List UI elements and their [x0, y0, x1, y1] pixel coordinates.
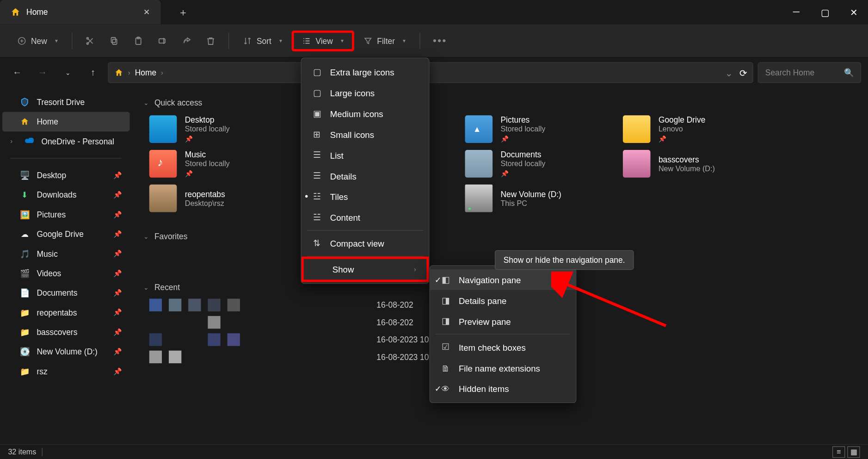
search-icon: 🔍 — [844, 68, 854, 77]
menu-list[interactable]: ☰List — [302, 145, 429, 166]
chevron-right-icon: › — [10, 137, 17, 145]
close-window-button[interactable]: ✕ — [839, 0, 868, 24]
sidebar-item-newvolume[interactable]: 💽New Volume (D:)📌 — [2, 342, 130, 361]
menu-navigation-pane[interactable]: ◧Navigation pane — [430, 269, 576, 290]
sidebar-item-tresorit[interactable]: Tresorit Drive — [2, 92, 130, 112]
chevron-down-icon[interactable]: ⌄ — [725, 67, 733, 78]
pin-icon: 📌 — [501, 170, 546, 178]
qa-music[interactable]: MusicStored locally📌 — [143, 147, 301, 181]
paste-icon[interactable] — [128, 31, 149, 50]
qa-desktop[interactable]: DesktopStored locally📌 — [143, 112, 301, 147]
sidebar-item-reopentabs[interactable]: 📁reopentabs📌 — [2, 303, 130, 322]
menu-details-pane[interactable]: ◨Details pane — [430, 290, 576, 311]
details-view-icon[interactable]: ≡ — [832, 446, 845, 458]
music-icon — [149, 150, 177, 178]
sidebar-item-downloads[interactable]: ⬇Downloads📌 — [2, 185, 130, 205]
copy-icon[interactable] — [103, 31, 125, 50]
list-icon: ☰ — [312, 150, 322, 160]
qa-pictures[interactable]: PicturesStored locally📌 — [459, 112, 617, 147]
menu-hidden-items[interactable]: 👁Hidden items — [430, 378, 576, 399]
recent-locations-button[interactable]: ⌄ — [57, 62, 78, 83]
menu-show[interactable]: Show› — [302, 257, 429, 282]
sidebar-item-home[interactable]: Home — [2, 112, 130, 131]
title-bar: Home ✕ ＋ ─ ▢ ✕ — [0, 0, 868, 24]
menu-tiles[interactable]: ☳Tiles — [302, 186, 429, 207]
sidebar-item-onedrive[interactable]: › OneDrive - Personal — [2, 131, 130, 151]
panel-left-icon: ◧ — [440, 274, 450, 285]
menu-file-name-extensions[interactable]: 🗎File name extensions — [430, 358, 576, 378]
folder-icon — [149, 115, 177, 143]
qa-basscovers[interactable]: basscoversNew Volume (D:) — [617, 147, 775, 181]
home-icon — [19, 117, 30, 127]
qa-newvolume[interactable]: New Volume (D:)This PC — [459, 181, 617, 216]
qa-reopentabs[interactable]: reopentabsDesktop\rsz — [143, 181, 301, 216]
folder-icon: 📁 — [19, 327, 30, 337]
forward-button[interactable]: → — [32, 62, 53, 83]
pin-icon: 📌 — [113, 269, 122, 277]
filter-button[interactable]: Filter▾ — [357, 31, 413, 50]
minimize-button[interactable]: ─ — [782, 0, 811, 24]
section-favorites[interactable]: ⌄Favorites — [143, 227, 856, 246]
show-submenu: ◧Navigation pane ◨Details pane ◨Preview … — [430, 265, 577, 403]
view-button[interactable]: View▾ — [291, 30, 354, 51]
pin-icon: 📌 — [113, 171, 122, 179]
delete-icon[interactable] — [200, 31, 222, 50]
menu-small-icons[interactable]: ⊞Small icons — [302, 124, 429, 145]
new-tab-button[interactable]: ＋ — [178, 5, 188, 19]
svg-rect-2 — [111, 37, 116, 42]
grid-icon: ▢ — [312, 67, 322, 77]
menu-large-icons[interactable]: ▢Large icons — [302, 82, 429, 103]
menu-item-check-boxes[interactable]: ☑Item check boxes — [430, 337, 576, 358]
menu-details[interactable]: ☰Details — [302, 166, 429, 186]
share-icon[interactable] — [176, 31, 197, 50]
chevron-right-icon: › — [161, 68, 163, 76]
more-icon[interactable]: ••• — [427, 30, 453, 51]
file-icon: 🗎 — [440, 363, 450, 373]
qa-googledrive[interactable]: Google DriveLenovo📌 — [617, 112, 775, 147]
back-button[interactable]: ← — [7, 62, 28, 83]
sidebar-item-desktop[interactable]: 🖥️Desktop📌 — [2, 166, 130, 185]
sidebar-item-videos[interactable]: 🎬Videos📌 — [2, 264, 130, 283]
menu-extra-large-icons[interactable]: ▢Extra large icons — [302, 62, 429, 82]
sidebar-item-rsz[interactable]: 📁rsz📌 — [2, 361, 130, 381]
grid-icon: ⊞ — [312, 129, 322, 139]
home-icon — [10, 7, 20, 17]
menu-content[interactable]: ☱Content — [302, 207, 429, 228]
sidebar-item-music[interactable]: 🎵Music📌 — [2, 244, 130, 263]
status-bar: 32 items ≡ ▦ — [0, 444, 868, 459]
breadcrumb[interactable]: › Home › ⌄ ⟳ — [108, 62, 753, 83]
pin-icon: 📌 — [185, 136, 230, 143]
pin-icon: 📌 — [185, 170, 230, 178]
thumbnails-view-icon[interactable]: ▦ — [847, 446, 860, 458]
sidebar-item-googledrive[interactable]: ☁Google Drive📌 — [2, 224, 130, 244]
search-input[interactable]: Search Home 🔍 — [758, 62, 861, 83]
tab-title: Home — [26, 7, 138, 17]
rename-icon[interactable] — [152, 31, 173, 50]
sort-button[interactable]: Sort▾ — [236, 31, 289, 50]
pin-icon: 📌 — [113, 367, 122, 375]
details-icon: ☰ — [312, 171, 322, 181]
folder-icon — [623, 150, 651, 178]
new-button[interactable]: New▾ — [10, 31, 65, 50]
breadcrumb-home[interactable]: Home — [135, 68, 156, 77]
maximize-button[interactable]: ▢ — [811, 0, 839, 24]
cut-icon[interactable] — [79, 31, 101, 50]
menu-compact-view[interactable]: ⇅Compact view — [302, 233, 429, 254]
up-button[interactable]: ↑ — [83, 62, 104, 83]
grid-icon: ▢ — [312, 87, 322, 98]
close-tab-icon[interactable]: ✕ — [143, 7, 150, 17]
qa-documents[interactable]: DocumentsStored locally📌 — [459, 147, 617, 181]
onedrive-icon — [24, 136, 34, 146]
pin-icon: 📌 — [113, 250, 122, 258]
panel-right-icon: ◨ — [440, 295, 450, 305]
navigation-pane: Tresorit Drive Home › OneDrive - Persona… — [0, 87, 132, 444]
tab-home[interactable]: Home ✕ — [0, 0, 161, 24]
section-quick-access[interactable]: ⌄Quick access — [143, 93, 856, 112]
sidebar-item-basscovers[interactable]: 📁basscovers📌 — [2, 323, 130, 342]
sidebar-item-pictures[interactable]: 🖼️Pictures📌 — [2, 205, 130, 224]
chevron-right-icon: › — [128, 68, 130, 76]
menu-preview-pane[interactable]: ◨Preview pane — [430, 311, 576, 332]
menu-medium-icons[interactable]: ▣Medium icons — [302, 103, 429, 124]
sidebar-item-documents[interactable]: 📄Documents📌 — [2, 283, 130, 303]
refresh-icon[interactable]: ⟳ — [739, 67, 747, 78]
